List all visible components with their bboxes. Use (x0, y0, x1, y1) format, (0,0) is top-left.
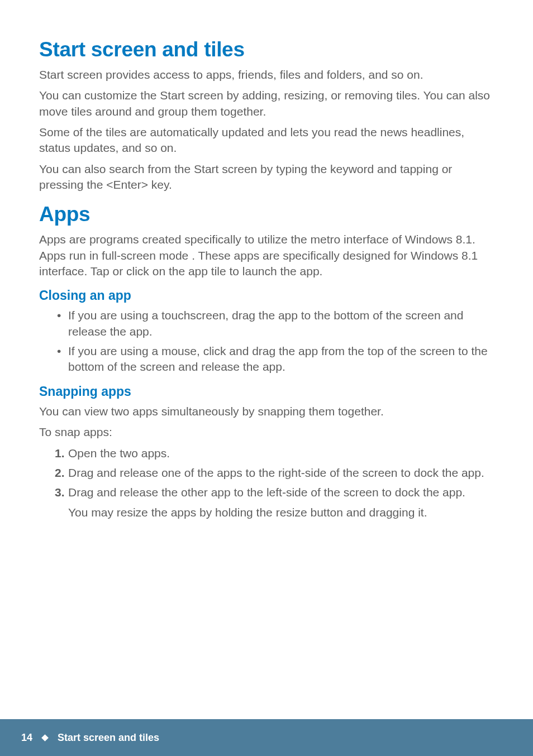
subheading-snapping-apps: Snapping apps (39, 384, 494, 399)
paragraph: You can also search from the Start scree… (39, 161, 494, 193)
paragraph: Start screen provides access to apps, fr… (39, 67, 494, 83)
paragraph: Apps are programs created specifically t… (39, 232, 494, 279)
list-item: If you are using a mouse, click and drag… (60, 343, 494, 375)
step-note: You may resize the apps by holding the r… (68, 505, 494, 520)
paragraph: Some of the tiles are automatically upda… (39, 125, 494, 156)
page-footer: 14 Start screen and tiles (0, 719, 533, 756)
heading-start-screen: Start screen and tiles (39, 38, 494, 61)
page-content: Start screen and tiles Start screen prov… (0, 0, 533, 520)
numbered-list: Open the two apps. Drag and release one … (39, 446, 494, 520)
heading-apps: Apps (39, 203, 494, 226)
paragraph: To snap apps: (39, 424, 494, 440)
bullet-list: If you are using a touchscreen, drag the… (39, 308, 494, 375)
step-text: Drag and release the other app to the le… (68, 486, 465, 499)
list-item: Open the two apps. (55, 446, 494, 461)
paragraph: You can view two apps simultaneously by … (39, 404, 494, 419)
page-number: 14 (21, 732, 32, 744)
diamond-icon (41, 734, 49, 741)
footer-title: Start screen and tiles (58, 732, 159, 744)
list-item: Drag and release the other app to the le… (55, 485, 494, 520)
list-item: If you are using a touchscreen, drag the… (60, 308, 494, 339)
list-item: Drag and release one of the apps to the … (55, 465, 494, 481)
paragraph: You can customize the Start screen by ad… (39, 88, 494, 119)
subheading-closing-app: Closing an app (39, 288, 494, 303)
